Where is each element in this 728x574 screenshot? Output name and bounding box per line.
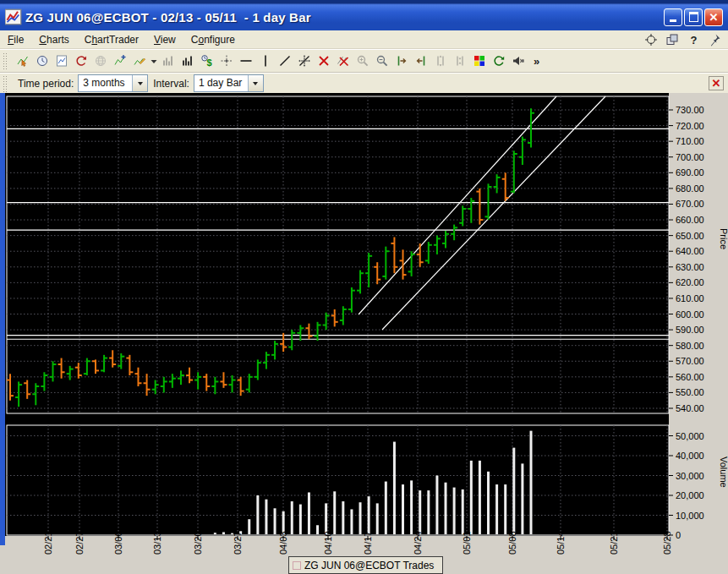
maximize-button[interactable] xyxy=(684,8,703,26)
window-left-border xyxy=(0,93,5,545)
title-bar[interactable]: ZG JUN 06@ECBOT - 02/13 - 05/11 - 1 day … xyxy=(0,0,728,30)
more-icon: » xyxy=(531,54,545,68)
legend-label: ZG JUN 06@ECBOT Trades xyxy=(304,560,434,571)
expand-icon xyxy=(434,54,447,68)
price-tick-label: 540.00 xyxy=(676,403,704,413)
zoom-out-icon xyxy=(375,54,389,68)
filterbar-grip[interactable] xyxy=(3,75,8,92)
tool-compress-button[interactable] xyxy=(450,52,469,70)
filterbar-close-button[interactable]: ✕ xyxy=(709,76,724,90)
svg-text:$: $ xyxy=(206,57,211,68)
date-tick-label: 02/21 xyxy=(43,531,53,555)
toolbar-grip[interactable] xyxy=(3,52,8,69)
interval-label: Interval: xyxy=(153,78,189,90)
time-period-dropdown-button[interactable] xyxy=(132,75,147,91)
globe-icon xyxy=(94,54,107,68)
tool-delete-line-button[interactable] xyxy=(314,52,333,70)
colors-icon xyxy=(473,54,486,68)
price-axis-title: Price xyxy=(719,228,728,249)
tool-reload-history-button[interactable] xyxy=(71,52,90,70)
menu-charttrader[interactable]: ChartTrader xyxy=(77,32,146,47)
interval-select[interactable]: 1 day Bar xyxy=(194,74,264,92)
tool-zoom-in-button[interactable] xyxy=(353,52,372,70)
tool-crosshair-button[interactable] xyxy=(216,52,236,70)
price-tick-label: 600.00 xyxy=(676,309,704,320)
volume-tick-label: 10,000 xyxy=(676,511,704,521)
chart-pointer-icon xyxy=(16,54,30,68)
tool-horizontal-line-button[interactable] xyxy=(236,52,255,70)
tool-clock-button[interactable] xyxy=(32,52,52,70)
volume-tick-label: 30,000 xyxy=(676,471,704,481)
time-sales-icon: $ xyxy=(200,54,214,68)
date-tick-label: 03/06 xyxy=(113,531,123,555)
legend[interactable]: ZG JUN 06@ECBOT Trades xyxy=(288,556,443,574)
tool-add-study-button[interactable] xyxy=(110,52,129,70)
date-tick-label: 05/28 xyxy=(662,531,672,555)
date-tick-label: 05/14 xyxy=(556,531,566,555)
date-tick-label: 03/27 xyxy=(233,531,243,555)
tool-zoom-out-button[interactable] xyxy=(372,52,391,70)
tool-more-button[interactable]: » xyxy=(528,52,547,70)
tool-move-line-button[interactable] xyxy=(294,52,314,70)
tool-chart-page-button[interactable] xyxy=(52,52,71,70)
menu-view[interactable]: View xyxy=(146,32,183,47)
tool-colors-button[interactable] xyxy=(469,52,489,70)
pin-icon[interactable] xyxy=(708,33,721,46)
crosshair-icon xyxy=(220,54,233,68)
tool-trend-line-button[interactable] xyxy=(275,52,294,70)
date-tick-label: 04/24 xyxy=(413,531,423,555)
close-button[interactable]: ✕ xyxy=(704,8,723,26)
tool-histogram-button[interactable] xyxy=(158,52,178,70)
menu-file[interactable]: File xyxy=(0,32,31,47)
tool-globe-button[interactable] xyxy=(90,52,110,70)
tool-shift-left-button[interactable] xyxy=(411,52,430,70)
tool-histogram-solid-button[interactable] xyxy=(178,52,197,70)
volume-tick-label: 0 xyxy=(676,530,681,540)
reload-history-icon xyxy=(74,54,88,68)
chart-area[interactable]: 730.00720.00710.00700.00690.00680.00670.… xyxy=(0,93,728,574)
date-tick-label: 05/01 xyxy=(462,531,472,555)
target-icon[interactable] xyxy=(644,33,658,46)
help-icon[interactable]: ? xyxy=(687,33,700,46)
announce-icon xyxy=(512,54,525,68)
minimize-button[interactable] xyxy=(664,8,682,26)
windows-icon[interactable] xyxy=(665,33,679,46)
price-tick-label: 610.00 xyxy=(676,293,704,303)
date-tick-label: 04/10 xyxy=(323,531,333,555)
volume-panel xyxy=(7,425,669,535)
histogram-solid-icon xyxy=(181,54,194,68)
price-tick-label: 690.00 xyxy=(676,167,704,178)
app-icon xyxy=(5,8,22,25)
time-period-label: Time period: xyxy=(18,78,74,90)
price-tick-label: 630.00 xyxy=(676,262,704,272)
tool-expand-button[interactable] xyxy=(430,52,450,70)
tool-time-sales-button[interactable]: $ xyxy=(197,52,216,70)
vertical-line-icon xyxy=(259,54,272,68)
time-period-select[interactable]: 3 months xyxy=(78,74,148,92)
filter-bar: Time period: 3 months Interval: 1 day Ba… xyxy=(0,73,728,93)
menu-configure[interactable]: Configure xyxy=(183,32,243,47)
price-tick-label: 710.00 xyxy=(676,136,704,146)
interval-dropdown-button[interactable] xyxy=(248,75,263,91)
price-volume-chart[interactable]: 730.00720.00710.00700.00690.00680.00670.… xyxy=(0,93,728,574)
menu-charts[interactable]: Charts xyxy=(31,32,76,47)
volume-tick-label: 50,000 xyxy=(676,431,704,441)
price-tick-label: 570.00 xyxy=(676,356,704,366)
window-title: ZG JUN 06@ECBOT - 02/13 - 05/11 - 1 day … xyxy=(25,10,311,25)
price-tick-label: 680.00 xyxy=(676,183,704,194)
tool-shift-right-button[interactable] xyxy=(391,52,411,70)
tool-delete-all-lines-button[interactable] xyxy=(333,52,353,70)
move-line-icon xyxy=(298,54,311,68)
tool-chart-pointer-button[interactable] xyxy=(13,52,32,70)
date-tick-label: 04/03 xyxy=(278,531,288,555)
chevron-down-icon xyxy=(138,82,143,85)
tool-announce-button[interactable] xyxy=(508,52,528,70)
tool-vertical-line-button[interactable] xyxy=(255,52,275,70)
add-study-icon xyxy=(113,54,127,68)
volume-tick-label: 40,000 xyxy=(676,451,704,461)
tool-refresh-button[interactable] xyxy=(489,52,508,70)
date-tick-label: 03/13 xyxy=(152,531,162,555)
tool-dropdown-arrow-button[interactable] xyxy=(149,52,158,70)
price-tick-label: 560.00 xyxy=(676,372,704,382)
date-tick-label: 05/21 xyxy=(609,531,619,555)
